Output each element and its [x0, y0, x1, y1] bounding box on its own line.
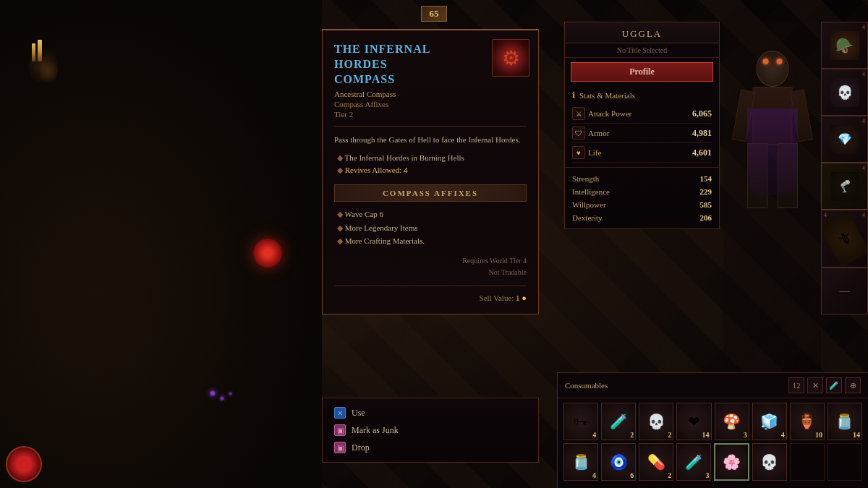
- char-eye-right: [776, 59, 782, 64]
- character-title: No Title Selected: [565, 43, 719, 58]
- armor-value: 4,981: [692, 128, 712, 139]
- left-game-area: [0, 0, 322, 488]
- equip-badge-5: 4: [822, 211, 828, 219]
- attack-power-row: ⚔ Attack Power 6,065: [572, 104, 712, 124]
- equip-slot-amulet[interactable]: 4 💀: [821, 69, 868, 116]
- cons-count-6: 4: [781, 431, 785, 439]
- use-action[interactable]: ✕ Use: [334, 404, 527, 421]
- strength-row: Strength 154: [572, 172, 712, 185]
- cons-slot-9[interactable]: 🫙 4: [563, 443, 598, 481]
- purple-dot-2: [220, 396, 224, 401]
- cons-slot-7[interactable]: 🏺 10: [790, 403, 825, 440]
- cons-slot-12[interactable]: 🧪 3: [676, 443, 711, 481]
- equip-amulet-img: 💀: [830, 78, 859, 107]
- character-panel: UGGLA No Title Selected Profile ℹ Stats …: [564, 22, 720, 229]
- consumables-controls: 12 ✕ 🧪 ⊕: [788, 377, 861, 393]
- equip-slot-chest[interactable]: 4 💎: [821, 116, 868, 163]
- character-name: UGGLA: [565, 22, 719, 43]
- consumables-sort-btn[interactable]: ✕: [807, 377, 823, 393]
- cons-count-5: 3: [744, 431, 747, 439]
- cons-slot-13[interactable]: 🌸: [714, 443, 749, 481]
- cons-count-11: 2: [668, 471, 671, 479]
- action-panel: ✕ Use ▣ Mark as Junk ▣ Drop: [322, 398, 539, 463]
- cons-slot-2[interactable]: 🧪 2: [601, 403, 636, 440]
- cons-slot-16[interactable]: [827, 443, 862, 481]
- intelligence-label: Intelligence: [572, 187, 610, 196]
- cons-icon-5: 🍄: [723, 413, 741, 430]
- cons-count-2: 2: [630, 431, 634, 439]
- intelligence-row: Intelligence 229: [572, 185, 712, 198]
- cons-slot-11[interactable]: 💊 2: [639, 443, 673, 481]
- stats-section: ℹ Stats & Materials ⚔ Attack Power 6,065…: [565, 86, 719, 168]
- cons-slot-1[interactable]: 🗝 4: [563, 403, 598, 440]
- consumables-row-1: 🗝 4 🧪 2 💀 2 ❤ 14 🍄 3 🧊 4: [563, 403, 862, 440]
- equip-badge-1: 4: [861, 23, 867, 31]
- use-icon: ✕: [334, 407, 346, 419]
- equip-badge-3: 4: [861, 117, 867, 125]
- cons-icon-8: 🫙: [835, 413, 854, 430]
- item-tier: Tier 2: [334, 110, 483, 119]
- cons-count-8: 14: [853, 431, 860, 439]
- equip-slot-ring1[interactable]: —: [821, 267, 868, 314]
- divider-2: [334, 286, 527, 286]
- life-label: ♥ Life: [572, 146, 601, 159]
- willpower-row: Willpower 585: [572, 198, 712, 211]
- cons-slot-14[interactable]: 💀: [752, 443, 787, 481]
- affix-1: Wave Cap 6: [334, 207, 527, 221]
- cons-slot-4[interactable]: ❤ 14: [676, 403, 711, 440]
- cons-count-10: 6: [630, 471, 634, 479]
- equip-slot-weapon[interactable]: 4 4 🗡: [821, 210, 868, 267]
- life-row: ♥ Life 4,601: [572, 143, 712, 163]
- item-bullet-1: The Infernal Hordes in Burning Hells: [334, 152, 527, 165]
- cons-count-12: 3: [705, 471, 709, 479]
- consumables-panel: Consumables 12 ✕ 🧪 ⊕ 🗝 4 🧪 2 💀 2 ❤ 14: [557, 372, 868, 488]
- cons-slot-3[interactable]: 💀 2: [639, 403, 673, 440]
- attack-power-label: ⚔ Attack Power: [572, 107, 631, 120]
- cons-icon-13: 🌸: [723, 453, 741, 471]
- equip-slot-helm[interactable]: 4 🪖: [821, 22, 868, 69]
- purple-dot-3: [229, 392, 232, 395]
- dexterity-row: Dexterity 206: [572, 211, 712, 224]
- candle-1: [38, 40, 42, 61]
- item-description: Pass through the Gates of Hell to face t…: [334, 134, 527, 146]
- equip-chest-img: 💎: [830, 125, 859, 154]
- cons-slot-8[interactable]: 🫙 14: [827, 403, 862, 440]
- life-value: 4,601: [692, 147, 712, 158]
- consumables-potion-btn[interactable]: 🧪: [826, 377, 842, 393]
- equip-slot-legs[interactable]: 4 🦿: [821, 163, 868, 210]
- cons-slot-6[interactable]: 🧊 4: [752, 403, 787, 440]
- attack-power-icon: ⚔: [572, 107, 585, 120]
- junk-icon: ▣: [334, 424, 346, 436]
- junk-action[interactable]: ▣ Mark as Junk: [334, 421, 527, 439]
- attributes-section: Strength 154 Intelligence 229 Willpower …: [565, 168, 719, 228]
- consumables-more-btn[interactable]: ⊕: [845, 377, 861, 393]
- life-icon: ♥: [572, 146, 585, 159]
- cons-icon-4: ❤: [688, 413, 700, 430]
- cons-icon-6: 🧊: [760, 413, 778, 430]
- item-category: Compass Affixes: [334, 100, 483, 108]
- drop-action[interactable]: ▣ Drop: [334, 439, 527, 456]
- armor-label: 🛡 Armor: [572, 127, 609, 140]
- attack-power-value: 6,065: [692, 108, 712, 119]
- char-head: [756, 51, 788, 87]
- use-label: Use: [352, 408, 365, 419]
- char-cloth: [747, 108, 798, 195]
- item-icon: [492, 39, 529, 77]
- equip-legs-img: 🦿: [830, 172, 859, 201]
- consumables-grid: 🗝 4 🧪 2 💀 2 ❤ 14 🍄 3 🧊 4: [558, 398, 868, 488]
- cons-icon-10: 🧿: [610, 453, 628, 471]
- equip-helm-img: 🪖: [830, 31, 859, 60]
- cons-slot-10[interactable]: 🧿 6: [601, 443, 636, 481]
- cons-icon-7: 🏺: [798, 413, 816, 430]
- cons-icon-3: 💀: [647, 413, 665, 430]
- cons-slot-15[interactable]: [790, 443, 825, 481]
- purple-dot-1: [210, 390, 216, 396]
- candle-glow-2: [40, 58, 58, 87]
- tradable-status: Not Tradable: [334, 267, 527, 278]
- cons-slot-5[interactable]: 🍄 3: [715, 403, 749, 440]
- armor-icon: 🛡: [572, 127, 585, 140]
- cons-icon-12: 🧪: [685, 453, 703, 471]
- equip-ring1-img: —: [830, 277, 859, 306]
- stats-header: ℹ Stats & Materials: [572, 90, 712, 100]
- profile-button[interactable]: Profile: [571, 62, 713, 82]
